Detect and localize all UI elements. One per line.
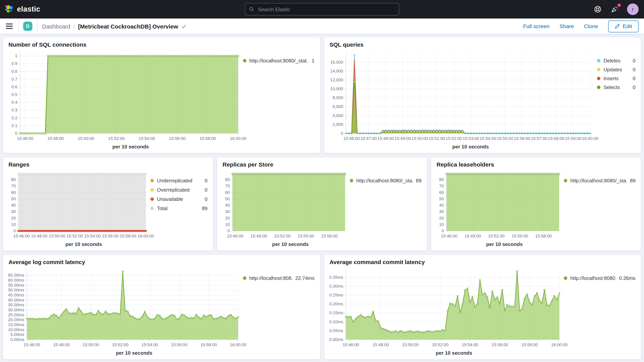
legend-item[interactable]: Underreplicated0 (150, 178, 208, 184)
svg-text:0.15ms: 0.15ms (329, 310, 343, 315)
svg-text:0.10ms: 0.10ms (329, 320, 343, 324)
svg-text:4,000: 4,000 (332, 113, 343, 118)
svg-text:80: 80 (439, 177, 444, 182)
svg-text:15:48:00: 15:48:00 (372, 342, 389, 347)
clone-button[interactable]: Clone (584, 23, 598, 29)
svg-text:0.00ms: 0.00ms (329, 337, 343, 342)
svg-text:15:57:00: 15:57:00 (531, 136, 547, 141)
x-axis-title: per 10 seconds (326, 144, 596, 153)
global-search[interactable] (245, 3, 399, 16)
panel-title: SQL queries (324, 40, 641, 48)
legend-swatch (243, 59, 246, 62)
svg-text:15:46:00: 15:46:00 (13, 234, 30, 238)
user-avatar[interactable]: r (627, 4, 638, 15)
legend-value: 0 (633, 76, 636, 81)
legend-swatch (597, 86, 600, 89)
svg-text:20: 20 (11, 216, 16, 220)
svg-text:0.4: 0.4 (12, 100, 17, 105)
legend: Underreplicated0Overreplicated0Unavailab… (149, 168, 213, 250)
command-commit-latency-chart[interactable]: 15:46:0015:48:0015:50:0015:52:0015:54:00… (326, 266, 562, 350)
svg-text:0.8: 0.8 (12, 69, 17, 74)
search-input[interactable] (257, 6, 395, 12)
legend-item[interactable]: http://localhost:808...22.74ms (243, 275, 314, 281)
svg-text:0: 0 (15, 131, 17, 136)
help-button[interactable] (593, 5, 602, 14)
legend-item[interactable]: Deletes0 (597, 58, 636, 64)
legend: http://localhost:8080/_sta...89 (348, 168, 427, 250)
legend: http://localhost:8080...0.26ms (562, 266, 641, 359)
legend-item[interactable]: http://localhost:8080/_sta...89 (564, 178, 636, 184)
menu-button[interactable] (0, 18, 18, 34)
lifebuoy-icon (594, 6, 602, 13)
svg-text:40: 40 (225, 203, 230, 208)
legend-value: 0 (205, 196, 208, 202)
space-avatar[interactable]: D (23, 22, 32, 31)
svg-text:30: 30 (439, 209, 444, 214)
replica-leaseholders-chart[interactable]: 15:46:0015:49:0015:52:0015:55:0015:58:00… (433, 168, 562, 241)
svg-text:20.00ms: 20.00ms (8, 317, 24, 322)
edit-button[interactable]: Edit (608, 20, 638, 32)
svg-text:15:58:00: 15:58:00 (200, 342, 217, 347)
ranges-chart[interactable]: 15:46:0015:48:0015:50:0015:52:0015:54:00… (5, 168, 149, 241)
news-button[interactable] (610, 5, 619, 14)
legend-item[interactable]: Selects0 (597, 84, 636, 90)
dashboard-grid: Number of SQL connections 15:46:0015:48:… (0, 34, 644, 362)
party-popper-icon (611, 6, 618, 13)
svg-text:0.6: 0.6 (12, 84, 17, 89)
svg-text:10: 10 (439, 222, 444, 227)
legend-item[interactable]: Overreplicated0 (150, 187, 208, 193)
legend-item[interactable]: http://localhost:8080...0.26ms (564, 275, 636, 281)
svg-text:0: 0 (14, 228, 16, 233)
legend-label: Total (157, 206, 199, 211)
svg-text:15:54:00: 15:54:00 (84, 234, 101, 238)
x-axis-title: per 10 seconds (326, 350, 562, 359)
legend-item[interactable]: Inserts0 (597, 76, 636, 81)
full-screen-button[interactable]: Full screen (523, 23, 550, 29)
svg-text:2,000: 2,000 (332, 122, 343, 127)
legend-label: Overreplicated (157, 187, 202, 193)
svg-text:15:52:00: 15:52:00 (112, 342, 128, 347)
svg-text:12,000: 12,000 (330, 78, 343, 82)
svg-text:15:52:00: 15:52:00 (446, 136, 462, 141)
svg-text:30: 30 (11, 209, 16, 214)
svg-text:50: 50 (225, 196, 230, 201)
share-button[interactable]: Share (560, 23, 574, 29)
svg-text:15:58:00: 15:58:00 (199, 136, 216, 141)
legend-item[interactable]: Unavailable0 (150, 196, 208, 202)
legend-label: Unavailable (157, 196, 202, 202)
breadcrumb-dashboard-link[interactable]: Dashboard (42, 23, 70, 30)
svg-text:70: 70 (11, 184, 16, 188)
sql-queries-chart[interactable]: 15:46:0015:47:0015:48:0015:49:0015:50:00… (326, 48, 596, 144)
legend-item[interactable]: http://localhost:8080/_stat...1 (243, 58, 314, 64)
x-axis-title: per 10 seconds (433, 241, 562, 250)
svg-text:15:49:00: 15:49:00 (394, 136, 411, 141)
sql-connections-chart[interactable]: 15:46:0015:48:0015:50:0015:52:0015:54:00… (5, 48, 241, 144)
legend-item[interactable]: http://localhost:8080/_sta...89 (350, 178, 422, 184)
elastic-logo[interactable]: elastic (0, 5, 40, 14)
legend-label: Underreplicated (157, 178, 202, 184)
legend-item[interactable]: Total89 (150, 206, 208, 211)
svg-text:20: 20 (439, 216, 444, 220)
svg-text:15:46:00: 15:46:00 (441, 234, 458, 238)
legend-value: 89 (202, 206, 208, 211)
svg-text:6,000: 6,000 (332, 104, 343, 109)
panel-title: Replicas per Store (217, 160, 427, 168)
notification-badge (618, 4, 621, 7)
panel-title: Number of SQL connections (3, 40, 320, 48)
svg-text:15:51:00: 15:51:00 (428, 136, 445, 141)
legend-item[interactable]: Updates0 (597, 67, 636, 72)
svg-text:15:46:00: 15:46:00 (227, 234, 244, 238)
replicas-per-store-chart[interactable]: 15:46:0015:49:0015:52:0015:55:0015:58:00… (219, 168, 348, 241)
panel-average-log-commit-latency: Average log commit latency 15:46:0015:48… (3, 255, 320, 359)
panel-number-of-sql-connections: Number of SQL connections 15:46:0015:48:… (3, 38, 320, 153)
toolbar: D Dashboard / [Metricbeat CockroachDB] O… (0, 18, 644, 34)
svg-text:15:58:00: 15:58:00 (120, 234, 136, 238)
legend-swatch (597, 59, 600, 62)
svg-text:35.00ms: 35.00ms (8, 302, 24, 307)
svg-text:40: 40 (439, 203, 444, 208)
legend: http://localhost:8080/_stat...1 (241, 48, 320, 153)
log-commit-latency-chart[interactable]: 15:46:0015:48:0015:50:0015:52:0015:54:00… (5, 266, 241, 350)
edit-button-label: Edit (623, 23, 632, 29)
legend-label: http://localhost:8080/_sta... (356, 178, 413, 184)
elastic-logo-icon (5, 5, 14, 14)
